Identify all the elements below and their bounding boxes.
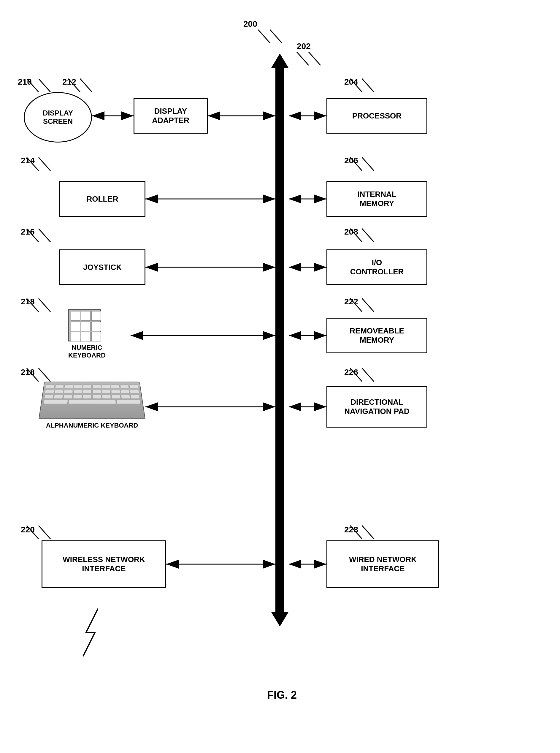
display-adapter-node: DISPLAYADAPTER [134,98,208,134]
svg-line-39 [362,298,374,312]
svg-line-25 [80,79,92,92]
svg-line-37 [39,298,51,312]
ref-226: 226 [344,368,358,377]
wireless-network-node: WIRELESS NETWORKINTERFACE [42,540,166,588]
ref-210: 210 [18,77,32,87]
ref-228: 228 [344,525,358,535]
internal-memory-label: INTERNALMEMORY [357,190,396,208]
directional-nav-node: DIRECTIONALNAVIGATION PAD [326,386,427,428]
svg-line-18 [258,30,270,43]
svg-line-33 [39,229,51,242]
svg-line-29 [39,157,51,171]
numeric-keyboard-label: NUMERICKEYBOARD [68,344,106,359]
ref-220: 220 [21,525,35,535]
alphanumeric-keyboard-node: ALPHANUMERIC KEYBOARD [42,380,142,429]
ref-218a: 218 [21,297,35,306]
processor-label: PROCESSOR [352,111,402,120]
ref-214: 214 [21,156,35,166]
svg-rect-4 [275,67,284,613]
ref-222: 222 [344,297,358,306]
directional-nav-label: DIRECTIONALNAVIGATION PAD [344,398,409,416]
ref-202: 202 [297,42,311,51]
svg-line-45 [39,525,51,539]
io-controller-label: I/OCONTROLLER [350,258,404,276]
svg-line-47 [362,525,374,539]
ref-206: 206 [344,156,358,166]
svg-line-41 [39,368,51,382]
joystick-label: JOYSTICK [83,263,122,272]
svg-marker-3 [271,612,289,626]
processor-node: PROCESSOR [326,98,427,134]
svg-line-23 [39,79,51,92]
ref-216: 216 [21,227,35,237]
internal-memory-node: INTERNALMEMORY [326,181,427,217]
svg-marker-2 [271,54,289,68]
wired-network-label: WIRED NETWORKINTERFACE [349,555,417,573]
diagram: 200 202 DISPLAYSCREEN 210 DISPLAYADAPTER… [0,0,560,713]
removeable-memory-label: REMOVEABLEMEMORY [349,326,404,345]
ref-200: 200 [243,19,257,29]
ref-208: 208 [344,227,358,237]
svg-line-31 [362,157,374,171]
svg-line-20 [297,52,308,65]
ref-204: 204 [344,77,358,87]
roller-node: ROLLER [59,181,145,217]
svg-line-35 [362,229,374,242]
joystick-node: JOYSTICK [59,249,145,285]
display-adapter-label: DISPLAYADAPTER [152,107,189,125]
svg-line-21 [308,52,321,65]
display-screen-label: DISPLAYSCREEN [43,109,73,125]
display-screen-node: DISPLAYSCREEN [24,92,92,142]
ref-212: 212 [62,77,76,87]
fig-label: FIG. 2 [237,689,326,701]
roller-label: ROLLER [87,194,118,204]
svg-line-27 [362,79,374,92]
removeable-memory-node: REMOVEABLEMEMORY [326,318,427,353]
numeric-keyboard-node: NUMERICKEYBOARD [68,309,106,359]
ref-218b: 218 [21,368,35,377]
io-controller-node: I/OCONTROLLER [326,249,427,285]
wired-network-node: WIRED NETWORKINTERFACE [326,540,439,588]
alphanumeric-keyboard-label: ALPHANUMERIC KEYBOARD [42,422,142,429]
wireless-network-label: WIRELESS NETWORKINTERFACE [63,555,145,573]
svg-line-19 [270,30,282,43]
svg-line-43 [362,368,374,382]
